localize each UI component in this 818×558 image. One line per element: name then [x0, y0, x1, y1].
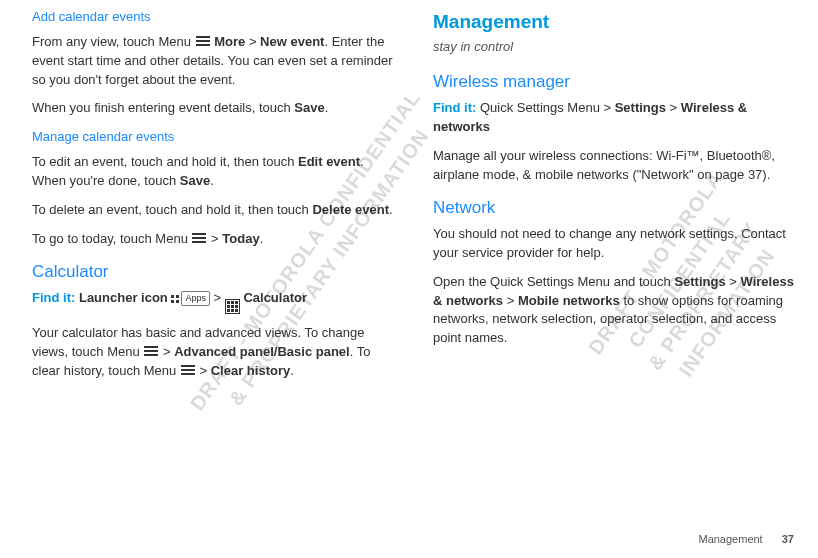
- section-manage-title: Manage calendar events: [32, 128, 393, 147]
- network-p2: Open the Quick Settings Menu and touch S…: [433, 273, 794, 348]
- para-add-2: When you finish entering event details, …: [32, 99, 393, 118]
- para-add-1: From any view, touch Menu More > New eve…: [32, 33, 393, 90]
- menu-icon: [143, 344, 159, 358]
- page-footer: Management 37: [698, 532, 794, 548]
- menu-icon: [195, 34, 211, 48]
- para-manage-3: To go to today, touch Menu > Today.: [32, 230, 393, 249]
- calculator-icon: [225, 299, 240, 314]
- menu-icon: [180, 363, 196, 377]
- para-manage-2: To delete an event, touch and hold it, t…: [32, 201, 393, 220]
- footer-page-number: 37: [782, 533, 794, 545]
- footer-section: Management: [698, 533, 762, 545]
- menu-icon: [191, 231, 207, 245]
- calc-body: Your calculator has basic and advanced v…: [32, 324, 393, 381]
- calc-findit-line: Find it: Launcher icon Apps > Calculator: [32, 289, 393, 314]
- heading-management: Management: [433, 8, 794, 36]
- wireless-body: Manage all your wireless connections: Wi…: [433, 147, 794, 185]
- apps-icon: Apps: [171, 291, 210, 306]
- wireless-findit: Find it: Quick Settings Menu > Settings …: [433, 99, 794, 137]
- section-network-title: Network: [433, 196, 794, 221]
- left-column: Add calendar events From any view, touch…: [32, 8, 393, 391]
- right-column: Management stay in control Wireless mana…: [433, 8, 794, 391]
- network-p1: You should not need to change any networ…: [433, 225, 794, 263]
- para-manage-1: To edit an event, touch and hold it, the…: [32, 153, 393, 191]
- section-calculator-title: Calculator: [32, 260, 393, 285]
- subtitle: stay in control: [433, 38, 794, 57]
- section-add-events-title: Add calendar events: [32, 8, 393, 27]
- section-wireless-title: Wireless manager: [433, 70, 794, 95]
